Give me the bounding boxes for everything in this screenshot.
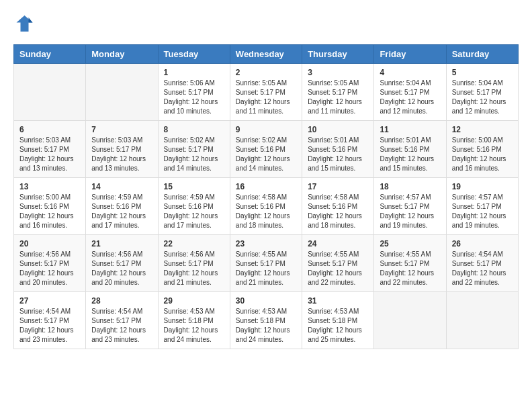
calendar-cell: 1Sunrise: 5:06 AM Sunset: 5:17 PM Daylig… bbox=[158, 64, 230, 121]
calendar-week-4: 20Sunrise: 4:56 AM Sunset: 5:17 PM Dayli… bbox=[14, 235, 519, 292]
calendar-cell: 14Sunrise: 4:59 AM Sunset: 5:16 PM Dayli… bbox=[86, 178, 158, 235]
calendar-cell: 5Sunrise: 5:04 AM Sunset: 5:17 PM Daylig… bbox=[446, 64, 518, 121]
day-info: Sunrise: 5:05 AM Sunset: 5:17 PM Dayligh… bbox=[236, 79, 296, 116]
calendar-cell bbox=[86, 64, 158, 121]
day-info: Sunrise: 5:04 AM Sunset: 5:17 PM Dayligh… bbox=[380, 79, 440, 116]
day-info: Sunrise: 4:54 AM Sunset: 5:17 PM Dayligh… bbox=[19, 307, 80, 345]
day-number: 15 bbox=[164, 182, 224, 191]
calendar-cell: 18Sunrise: 4:57 AM Sunset: 5:17 PM Dayli… bbox=[374, 178, 446, 235]
logo-icon bbox=[13, 13, 34, 34]
calendar-cell: 27Sunrise: 4:54 AM Sunset: 5:17 PM Dayli… bbox=[14, 292, 86, 349]
day-info: Sunrise: 4:59 AM Sunset: 5:16 PM Dayligh… bbox=[164, 193, 224, 230]
calendar-cell: 22Sunrise: 4:56 AM Sunset: 5:17 PM Dayli… bbox=[158, 235, 230, 292]
day-info: Sunrise: 4:57 AM Sunset: 5:17 PM Dayligh… bbox=[452, 193, 513, 230]
day-header-tuesday: Tuesday bbox=[158, 45, 230, 64]
svg-marker-0 bbox=[17, 15, 33, 32]
day-info: Sunrise: 4:58 AM Sunset: 5:16 PM Dayligh… bbox=[308, 193, 368, 230]
day-number: 27 bbox=[19, 296, 80, 306]
calendar-cell: 28Sunrise: 4:54 AM Sunset: 5:17 PM Dayli… bbox=[86, 292, 158, 349]
day-info: Sunrise: 5:06 AM Sunset: 5:17 PM Dayligh… bbox=[164, 79, 224, 116]
calendar-cell: 2Sunrise: 5:05 AM Sunset: 5:17 PM Daylig… bbox=[230, 64, 302, 121]
calendar-cell: 20Sunrise: 4:56 AM Sunset: 5:17 PM Dayli… bbox=[14, 235, 86, 292]
calendar-cell: 23Sunrise: 4:55 AM Sunset: 5:17 PM Dayli… bbox=[230, 235, 302, 292]
day-number: 21 bbox=[91, 239, 152, 248]
day-number: 13 bbox=[19, 182, 80, 191]
calendar-cell: 12Sunrise: 5:00 AM Sunset: 5:16 PM Dayli… bbox=[446, 121, 518, 178]
day-info: Sunrise: 5:00 AM Sunset: 5:16 PM Dayligh… bbox=[452, 136, 513, 173]
day-info: Sunrise: 4:56 AM Sunset: 5:17 PM Dayligh… bbox=[91, 250, 152, 287]
day-number: 28 bbox=[91, 296, 152, 306]
calendar-table: SundayMondayTuesdayWednesdayThursdayFrid… bbox=[13, 44, 519, 349]
day-info: Sunrise: 4:58 AM Sunset: 5:16 PM Dayligh… bbox=[236, 193, 296, 230]
day-info: Sunrise: 5:00 AM Sunset: 5:16 PM Dayligh… bbox=[19, 193, 80, 230]
day-info: Sunrise: 4:55 AM Sunset: 5:17 PM Dayligh… bbox=[308, 250, 368, 287]
day-number: 22 bbox=[164, 239, 224, 248]
calendar-header-row: SundayMondayTuesdayWednesdayThursdayFrid… bbox=[14, 45, 519, 64]
calendar-week-3: 13Sunrise: 5:00 AM Sunset: 5:16 PM Dayli… bbox=[14, 178, 519, 235]
day-number: 18 bbox=[380, 182, 440, 191]
day-info: Sunrise: 4:53 AM Sunset: 5:18 PM Dayligh… bbox=[308, 307, 368, 345]
calendar-cell: 8Sunrise: 5:02 AM Sunset: 5:17 PM Daylig… bbox=[158, 121, 230, 178]
day-info: Sunrise: 4:54 AM Sunset: 5:17 PM Dayligh… bbox=[91, 307, 152, 345]
calendar-cell: 10Sunrise: 5:01 AM Sunset: 5:16 PM Dayli… bbox=[302, 121, 374, 178]
day-info: Sunrise: 4:56 AM Sunset: 5:17 PM Dayligh… bbox=[164, 250, 224, 287]
day-info: Sunrise: 5:03 AM Sunset: 5:17 PM Dayligh… bbox=[91, 136, 152, 173]
day-header-wednesday: Wednesday bbox=[230, 45, 302, 64]
day-number: 7 bbox=[91, 125, 152, 134]
day-number: 9 bbox=[236, 125, 296, 134]
calendar-cell: 9Sunrise: 5:02 AM Sunset: 5:16 PM Daylig… bbox=[230, 121, 302, 178]
day-number: 14 bbox=[91, 182, 152, 191]
day-header-thursday: Thursday bbox=[302, 45, 374, 64]
calendar-cell: 19Sunrise: 4:57 AM Sunset: 5:17 PM Dayli… bbox=[446, 178, 518, 235]
day-number: 3 bbox=[308, 68, 368, 77]
day-number: 23 bbox=[236, 239, 296, 248]
calendar-cell: 11Sunrise: 5:01 AM Sunset: 5:16 PM Dayli… bbox=[374, 121, 446, 178]
day-number: 24 bbox=[308, 239, 368, 248]
calendar-cell: 31Sunrise: 4:53 AM Sunset: 5:18 PM Dayli… bbox=[302, 292, 374, 349]
day-number: 1 bbox=[164, 68, 224, 77]
calendar-cell: 17Sunrise: 4:58 AM Sunset: 5:16 PM Dayli… bbox=[302, 178, 374, 235]
day-info: Sunrise: 4:57 AM Sunset: 5:17 PM Dayligh… bbox=[380, 193, 440, 230]
day-info: Sunrise: 5:02 AM Sunset: 5:17 PM Dayligh… bbox=[164, 136, 224, 173]
calendar-cell bbox=[446, 292, 518, 349]
day-number: 5 bbox=[452, 68, 513, 77]
day-number: 11 bbox=[380, 125, 440, 134]
day-number: 6 bbox=[19, 125, 80, 134]
day-header-monday: Monday bbox=[86, 45, 158, 64]
calendar-cell: 25Sunrise: 4:55 AM Sunset: 5:17 PM Dayli… bbox=[374, 235, 446, 292]
calendar-cell: 13Sunrise: 5:00 AM Sunset: 5:16 PM Dayli… bbox=[14, 178, 86, 235]
day-header-friday: Friday bbox=[374, 45, 446, 64]
calendar-cell: 6Sunrise: 5:03 AM Sunset: 5:17 PM Daylig… bbox=[14, 121, 86, 178]
day-info: Sunrise: 5:01 AM Sunset: 5:16 PM Dayligh… bbox=[308, 136, 368, 173]
day-number: 26 bbox=[452, 239, 513, 248]
day-info: Sunrise: 4:53 AM Sunset: 5:18 PM Dayligh… bbox=[164, 307, 224, 345]
calendar-cell bbox=[374, 292, 446, 349]
day-number: 4 bbox=[380, 68, 440, 77]
day-number: 31 bbox=[308, 296, 368, 306]
calendar-week-5: 27Sunrise: 4:54 AM Sunset: 5:17 PM Dayli… bbox=[14, 292, 519, 349]
calendar-cell bbox=[14, 64, 86, 121]
calendar-week-1: 1Sunrise: 5:06 AM Sunset: 5:17 PM Daylig… bbox=[14, 64, 519, 121]
day-info: Sunrise: 5:03 AM Sunset: 5:17 PM Dayligh… bbox=[19, 136, 80, 173]
calendar-cell: 21Sunrise: 4:56 AM Sunset: 5:17 PM Dayli… bbox=[86, 235, 158, 292]
day-number: 25 bbox=[380, 239, 440, 248]
day-number: 17 bbox=[308, 182, 368, 191]
day-number: 30 bbox=[236, 296, 296, 306]
day-info: Sunrise: 4:59 AM Sunset: 5:16 PM Dayligh… bbox=[91, 193, 152, 230]
page-header bbox=[13, 13, 519, 34]
calendar-cell: 16Sunrise: 4:58 AM Sunset: 5:16 PM Dayli… bbox=[230, 178, 302, 235]
day-info: Sunrise: 5:01 AM Sunset: 5:16 PM Dayligh… bbox=[380, 136, 440, 173]
day-info: Sunrise: 4:53 AM Sunset: 5:18 PM Dayligh… bbox=[236, 307, 296, 345]
calendar-cell: 29Sunrise: 4:53 AM Sunset: 5:18 PM Dayli… bbox=[158, 292, 230, 349]
svg-marker-1 bbox=[29, 17, 33, 23]
calendar-cell: 4Sunrise: 5:04 AM Sunset: 5:17 PM Daylig… bbox=[374, 64, 446, 121]
calendar-cell: 30Sunrise: 4:53 AM Sunset: 5:18 PM Dayli… bbox=[230, 292, 302, 349]
day-number: 12 bbox=[452, 125, 513, 134]
day-number: 8 bbox=[164, 125, 224, 134]
calendar-cell: 7Sunrise: 5:03 AM Sunset: 5:17 PM Daylig… bbox=[86, 121, 158, 178]
day-info: Sunrise: 5:05 AM Sunset: 5:17 PM Dayligh… bbox=[308, 79, 368, 116]
logo bbox=[13, 13, 36, 34]
calendar-cell: 3Sunrise: 5:05 AM Sunset: 5:17 PM Daylig… bbox=[302, 64, 374, 121]
day-info: Sunrise: 5:02 AM Sunset: 5:16 PM Dayligh… bbox=[236, 136, 296, 173]
day-number: 2 bbox=[236, 68, 296, 77]
